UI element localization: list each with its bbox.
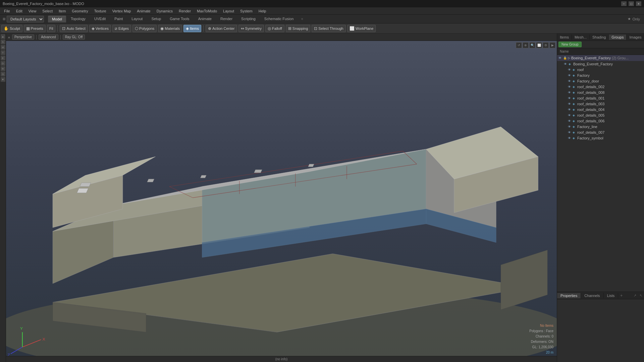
raygl-button[interactable]: Ray GL: Off: [63, 35, 85, 40]
left-panel-icon-6[interactable]: R: [1, 66, 5, 71]
menu-help[interactable]: Help: [256, 8, 269, 14]
menu-texture[interactable]: Texture: [92, 8, 109, 14]
menu-maxtomodo[interactable]: MaxToModo: [194, 8, 220, 14]
symmetry-button[interactable]: ⇔ Symmetry: [238, 25, 264, 32]
right-tab-images[interactable]: Images: [627, 35, 644, 40]
vp-zoom-icon[interactable]: 🔍: [529, 42, 535, 48]
auto-select-button[interactable]: ⊡ Auto Select: [60, 25, 88, 32]
menu-geometry[interactable]: Geometry: [69, 8, 91, 14]
vertices-button[interactable]: ◈ Vertices: [89, 25, 111, 32]
tab-animate[interactable]: Animate: [194, 16, 216, 22]
toolbar: ✋ Sculpt ▦ Presets Fil ⊡ Auto Select ◈ V…: [0, 23, 644, 34]
tab-uvedit[interactable]: UVEdit: [90, 16, 110, 22]
right-tab-groups[interactable]: Groups: [609, 35, 627, 40]
vp-frame-icon[interactable]: ⬜: [536, 42, 542, 48]
left-panel-bottom-btn[interactable]: ▼: [1, 77, 5, 82]
left-panel-icon-7[interactable]: G: [1, 72, 5, 76]
falloff-button[interactable]: ◎ Falloff: [265, 25, 284, 32]
left-panel-icon-3[interactable]: T: [1, 50, 5, 55]
select-through-button[interactable]: ⊡ Select Through: [312, 25, 345, 32]
item-row-roof-004[interactable]: 👁 ◈ roof_details_004: [557, 107, 644, 112]
bottom-float-icon[interactable]: ↗: [632, 293, 638, 298]
bottom-tab-channels[interactable]: Channels: [581, 293, 603, 298]
vp-settings-icon[interactable]: ⚙: [543, 42, 549, 48]
minimize-button[interactable]: −: [621, 1, 627, 6]
menu-system[interactable]: System: [237, 8, 255, 14]
materials-button[interactable]: ◉ Materials: [158, 25, 182, 32]
snapping-button[interactable]: ⊞ Snapping: [286, 25, 311, 32]
menu-dynamics[interactable]: Dynamics: [154, 8, 175, 14]
item-row-factory-line[interactable]: 👁 ◈ Factory_line: [557, 124, 644, 129]
close-button[interactable]: ×: [636, 1, 641, 6]
tab-schematic-fusion[interactable]: Schematic Fusion: [260, 16, 298, 22]
item-row-factory-symbol[interactable]: 👁 ◈ Factory_symbol: [557, 135, 644, 141]
only-label: Only: [632, 17, 640, 21]
item-row-roof-008[interactable]: 👁 ◈ roof_details_008: [557, 89, 644, 95]
bottom-tab-lists[interactable]: Lists: [604, 293, 619, 298]
item-row-factory[interactable]: 👁 ◈ Factory: [557, 72, 644, 78]
menu-layout[interactable]: Layout: [220, 8, 237, 14]
sculpt-button[interactable]: ✋ Sculpt: [1, 25, 22, 32]
item-row-roof-003[interactable]: 👁 ◈ roof_details_003: [557, 101, 644, 107]
menu-file[interactable]: File: [1, 8, 13, 14]
menu-vertex-map[interactable]: Vertex Map: [110, 8, 134, 14]
menu-item[interactable]: Item: [56, 8, 68, 14]
left-panel-icon-4[interactable]: E: [1, 56, 5, 60]
left-panel-icon-5[interactable]: D: [1, 61, 5, 66]
bottom-tab-add-button[interactable]: +: [618, 293, 625, 299]
menu-view[interactable]: View: [26, 8, 39, 14]
maximize-button[interactable]: □: [629, 1, 634, 6]
gl-stat: GL: 1,206,030: [529, 345, 553, 350]
perspective-button[interactable]: Perspective: [12, 35, 34, 40]
viewport[interactable]: ▲ Perspective Advanced Ray GL: Off: [6, 34, 557, 362]
items-button[interactable]: ◈ Items: [183, 25, 201, 32]
right-tab-items[interactable]: Items: [557, 35, 572, 40]
add-tab-button[interactable]: +: [298, 16, 306, 22]
item-row-roof[interactable]: 👁 ◈ roof: [557, 67, 644, 72]
tab-game-tools[interactable]: Game Tools: [166, 16, 194, 22]
item-row-roof-007[interactable]: 👁 ◈ roof_details_007: [557, 129, 644, 135]
new-group-button[interactable]: New Group: [558, 42, 582, 47]
tab-layout[interactable]: Layout: [127, 16, 147, 22]
bottom-expand-icon[interactable]: ↖: [638, 293, 644, 298]
item-vis-11: ◈: [573, 119, 577, 123]
left-panel-top-btn[interactable]: ▲: [1, 34, 5, 39]
edges-button[interactable]: ⧄ Edges: [112, 25, 131, 32]
vp-camera-icon[interactable]: ⊕: [523, 42, 529, 48]
menu-render[interactable]: Render: [176, 8, 194, 14]
item-row-roof-001[interactable]: 👁 ◈ roof_details_001: [557, 95, 644, 101]
group-row-boeing[interactable]: 👁 🔒 ▷ Boeing_Everett_Factory (2) Grou...: [557, 55, 644, 61]
tab-model[interactable]: Model: [48, 16, 66, 22]
tab-scripting[interactable]: Scripting: [237, 16, 260, 22]
fil-button[interactable]: Fil: [47, 25, 56, 32]
tab-setup[interactable]: Setup: [147, 16, 165, 22]
action-center-button[interactable]: ⊕ Action Center: [206, 25, 237, 32]
item-row-roof-002[interactable]: 👁 ◈ roof_details_002: [557, 84, 644, 89]
layout-selector[interactable]: Default Layouts: [7, 16, 44, 22]
menu-animate[interactable]: Animate: [134, 8, 153, 14]
item-row-roof-005[interactable]: 👁 ◈ roof_details_005: [557, 112, 644, 118]
vp-reset-icon[interactable]: ↺: [516, 42, 522, 48]
item-row-roof-006[interactable]: 👁 ◈ roof_details_006: [557, 118, 644, 124]
item-row-boeing-everett[interactable]: 👁 ◈ Boeing_Everett_Factory: [557, 61, 644, 67]
tab-topology[interactable]: Topology: [67, 16, 90, 22]
tab-render[interactable]: Render: [216, 16, 236, 22]
status-bar: (no info): [6, 356, 557, 362]
advanced-button[interactable]: Advanced: [39, 35, 58, 40]
viewport-content[interactable]: X Y Z ↺ ⊕ 🔍 ⬜ ⚙ ▶ No Items Polygons : Fa…: [6, 41, 557, 362]
presets-button[interactable]: ▦ Presets: [24, 25, 46, 32]
snapping-icon: ⊞: [288, 26, 291, 31]
tab-paint[interactable]: Paint: [110, 16, 127, 22]
menu-select[interactable]: Select: [40, 8, 55, 14]
bottom-tab-properties[interactable]: Properties: [557, 293, 581, 298]
right-tab-shading[interactable]: Shading: [590, 35, 609, 40]
left-panel-icon-1[interactable]: S: [1, 40, 5, 44]
item-row-factory-door[interactable]: 👁 ◈ Factory_door: [557, 78, 644, 84]
workplane-button[interactable]: ⬜ WorkPlane: [347, 25, 376, 32]
polygons-button[interactable]: ⬡ Polygons: [132, 25, 157, 32]
menu-edit[interactable]: Edit: [13, 8, 25, 14]
vp-play-icon[interactable]: ▶: [549, 42, 555, 48]
left-panel-icon-2[interactable]: M: [1, 45, 5, 50]
right-tab-mesh[interactable]: Mesh...: [572, 35, 590, 40]
items-list[interactable]: 👁 🔒 ▷ Boeing_Everett_Factory (2) Grou...…: [557, 55, 644, 292]
